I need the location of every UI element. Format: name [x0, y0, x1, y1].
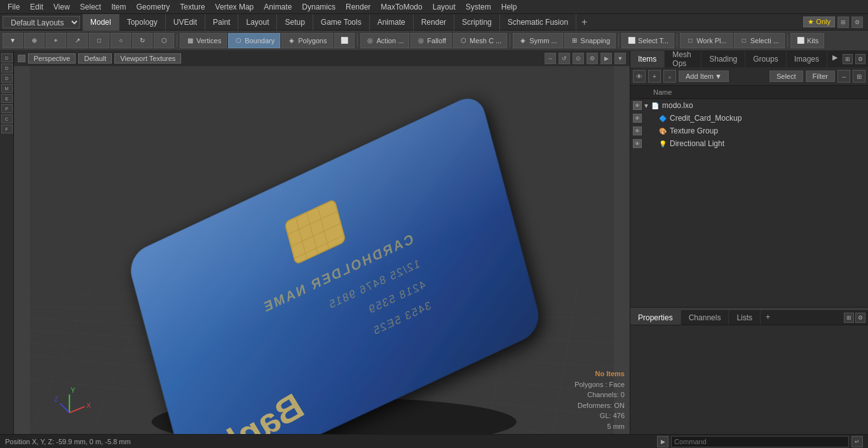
- layout-dropdown[interactable]: Default Layouts: [3, 16, 80, 29]
- menu-geometry[interactable]: Geometry: [132, 1, 175, 13]
- vp-rotate-icon[interactable]: ↺: [559, 53, 570, 64]
- select-tool-button[interactable]: ⬜ Select T...: [621, 33, 674, 48]
- sidebar-icon-1[interactable]: D: [1, 53, 13, 62]
- tab-paint[interactable]: Paint: [205, 14, 238, 31]
- tab-groups[interactable]: Groups: [745, 51, 786, 67]
- toolbar-btn-4[interactable]: □: [89, 33, 109, 48]
- visibility-toggle-dl[interactable]: 👁: [633, 139, 642, 148]
- tab-layout[interactable]: Layout: [238, 14, 277, 31]
- tab-game-tools[interactable]: Game Tools: [313, 14, 370, 31]
- menu-dynamics[interactable]: Dynamics: [297, 1, 341, 13]
- menu-animate[interactable]: Animate: [259, 1, 297, 13]
- sidebar-icon-mesh[interactable]: M: [1, 84, 13, 93]
- falloff-button[interactable]: ◎ Falloff: [410, 33, 452, 48]
- sidebar-icon-4[interactable]: E: [1, 94, 13, 103]
- toolbar-btn-1[interactable]: ⊕: [24, 33, 44, 48]
- tab-shading[interactable]: Shading: [702, 51, 745, 67]
- menu-system[interactable]: System: [461, 1, 496, 13]
- vp-settings-icon[interactable]: ⚙: [587, 53, 598, 64]
- command-exec-icon[interactable]: ↵: [851, 436, 863, 447]
- tab-uvedit[interactable]: UVEdit: [166, 14, 205, 31]
- star-only-button[interactable]: ★ Only: [803, 17, 835, 27]
- mesh-button[interactable]: ⬡ Mesh C ...: [453, 33, 507, 48]
- vp-look-icon[interactable]: ⊙: [573, 53, 584, 64]
- menu-file[interactable]: File: [3, 1, 25, 13]
- add-item-button[interactable]: Add Item ▼: [679, 71, 729, 82]
- tab-model[interactable]: Model: [83, 14, 119, 31]
- menu-maxtomodo[interactable]: MaxToModo: [376, 1, 427, 13]
- panel-expand-icon[interactable]: ⊞: [843, 54, 853, 64]
- viewport-perspective[interactable]: Perspective: [28, 53, 76, 64]
- prop-settings-icon[interactable]: ⚙: [855, 313, 865, 323]
- viewport[interactable]: Perspective Default Viewport Textures ↔ …: [14, 51, 630, 434]
- tab-add-button[interactable]: +: [576, 15, 592, 30]
- action-button[interactable]: ◎ Action ...: [360, 33, 410, 48]
- tab-more[interactable]: ▶: [827, 51, 843, 67]
- sidebar-icon-5[interactable]: F: [1, 125, 13, 133]
- viewport-shading[interactable]: Default: [78, 53, 112, 64]
- sidebar-icon-3[interactable]: D: [1, 74, 13, 83]
- tab-setup[interactable]: Setup: [277, 14, 313, 31]
- toolbar-btn-5[interactable]: ○: [111, 33, 131, 48]
- sidebar-icon-2[interactable]: D: [1, 64, 13, 72]
- vp-play-icon[interactable]: ▶: [600, 53, 612, 64]
- toolbar-btn-7[interactable]: ⬡: [154, 33, 174, 48]
- expand-icon-modo[interactable]: ▼: [643, 102, 651, 109]
- tab-animate[interactable]: Animate: [370, 14, 414, 31]
- tab-scripting[interactable]: Scripting: [454, 14, 500, 31]
- toolbar-btn-8[interactable]: ⬜: [334, 33, 355, 48]
- tab-render[interactable]: Render: [414, 14, 454, 31]
- menu-help[interactable]: Help: [496, 1, 522, 13]
- tab-settings-icon[interactable]: ⚙: [851, 17, 863, 28]
- tab-expand-icon[interactable]: ⊞: [837, 17, 849, 28]
- vp-fit-icon[interactable]: ↔: [545, 53, 556, 64]
- tab-topology[interactable]: Topology: [119, 14, 166, 31]
- tab-items[interactable]: Items: [630, 51, 665, 67]
- command-arrow-icon[interactable]: ▶: [657, 436, 668, 447]
- menu-select[interactable]: Select: [75, 1, 106, 13]
- list-item-texture-group[interactable]: 👁 🎨 Texture Group: [630, 125, 868, 137]
- polygons-button[interactable]: ◈ Polygons: [281, 33, 332, 48]
- menu-edit[interactable]: Edit: [25, 1, 48, 13]
- toolbar-btn-2[interactable]: ⌖: [46, 33, 66, 48]
- visibility-toggle-cc[interactable]: 👁: [633, 114, 642, 123]
- collapse-icon[interactable]: –: [837, 70, 850, 83]
- boundary-button[interactable]: ⬡ Boundary: [228, 33, 280, 48]
- visibility-toggle-tg[interactable]: 👁: [633, 126, 642, 135]
- toolbar-btn-6[interactable]: ↻: [132, 33, 153, 48]
- list-item-modo[interactable]: 👁 ▼ 📄 modo.lxo: [630, 99, 868, 112]
- add-icon[interactable]: +: [648, 70, 661, 83]
- visibility-toggle-modo[interactable]: 👁: [633, 101, 642, 110]
- filter-button[interactable]: Filter: [806, 71, 835, 82]
- prop-tab-channels[interactable]: Channels: [681, 310, 729, 325]
- prop-tab-add[interactable]: +: [761, 310, 775, 325]
- eye-icon[interactable]: 👁: [633, 70, 646, 83]
- snapping-button[interactable]: ⊞ Snapping: [564, 33, 616, 48]
- vp-more-icon[interactable]: ▼: [614, 53, 626, 64]
- selection-button[interactable]: □ Selecti ...: [734, 33, 785, 48]
- symm-button[interactable]: ◈ Symm ...: [513, 33, 562, 48]
- viewport-textures[interactable]: Viewport Textures: [114, 53, 181, 64]
- prop-expand-icon[interactable]: ⊞: [844, 313, 854, 323]
- menu-vertex-map[interactable]: Vertex Map: [210, 1, 259, 13]
- work-plane-button[interactable]: □ Work Pl...: [680, 33, 732, 48]
- list-item-credit-card[interactable]: 👁 🔷 Credit_Card_Mockup: [630, 112, 868, 125]
- vertices-button[interactable]: ▦ Vertices: [180, 33, 227, 48]
- menu-view[interactable]: View: [48, 1, 75, 13]
- select-button[interactable]: Select: [770, 71, 803, 82]
- tab-schematic-fusion[interactable]: Schematic Fusion: [500, 14, 576, 31]
- kits-button[interactable]: ⬜ Kits: [790, 33, 824, 48]
- menu-texture[interactable]: Texture: [175, 1, 210, 13]
- expand-list-icon[interactable]: ⊞: [853, 70, 865, 83]
- filter-icon[interactable]: ⬦: [663, 70, 676, 83]
- sidebar-icon-c[interactable]: C: [1, 114, 13, 123]
- command-input[interactable]: [671, 436, 849, 447]
- toolbar-dropdown[interactable]: ▼: [3, 33, 23, 48]
- list-item-directional-light[interactable]: 👁 💡 Directional Light: [630, 137, 868, 150]
- tab-mesh-ops[interactable]: Mesh Ops: [665, 51, 702, 67]
- prop-tab-properties[interactable]: Properties: [630, 310, 681, 325]
- panel-settings-icon[interactable]: ⚙: [855, 54, 865, 64]
- viewport-toggle[interactable]: [18, 55, 25, 62]
- toolbar-btn-3[interactable]: ↗: [67, 33, 88, 48]
- tab-images[interactable]: Images: [787, 51, 827, 67]
